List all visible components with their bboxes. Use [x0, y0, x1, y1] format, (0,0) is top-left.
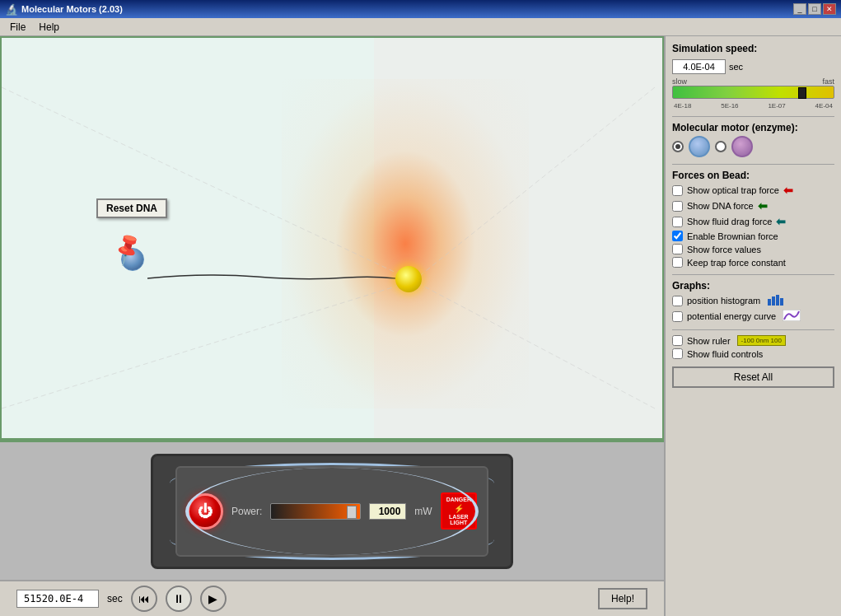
main-layout: Reset DNA 📌 ⏻ [0, 36, 841, 616]
divider-3 [672, 274, 834, 275]
pause-button[interactable]: ⏸ [166, 586, 192, 612]
power-slider-thumb[interactable] [347, 506, 357, 519]
motor-radio-2[interactable] [715, 141, 727, 152]
forces-section: Forces on Bead: Show optical trap force … [672, 170, 834, 268]
ruler-label: Show ruler [687, 336, 731, 346]
fluid-drag-row: Show fluid drag force ⬅ [672, 215, 834, 228]
maximize-button[interactable]: □ [808, 3, 821, 15]
sim-speed-unit: sec [729, 62, 743, 72]
danger-line1: DANGER [446, 497, 471, 502]
brownian-checkbox[interactable] [672, 231, 683, 241]
fluid-controls-checkbox[interactable] [672, 348, 683, 359]
dna-force-row: Show DNA force ⬅ [672, 199, 834, 212]
tick-2: 1E-07 [768, 102, 785, 110]
speed-fast: fast [822, 77, 834, 86]
optical-trap-checkbox[interactable] [672, 185, 683, 196]
power-button[interactable]: ⏻ [187, 493, 223, 530]
optical-trap-label: Show optical trap force [687, 185, 779, 195]
histogram-checkbox[interactable] [672, 296, 683, 306]
bottom-controls: 51520.0E-4 sec ⏮ ⏸ ▶ Help! [0, 580, 664, 616]
fluid-controls-label: Show fluid controls [687, 349, 763, 359]
bead[interactable] [395, 266, 422, 292]
svg-rect-6 [776, 295, 779, 306]
ruler-row: Show ruler -100 0nm 100 [672, 335, 834, 346]
reset-all-button[interactable]: Reset All [672, 366, 834, 388]
titlebar: 🔬 Molecular Motors (2.03) _ □ ✕ [0, 0, 841, 18]
keep-trap-label: Keep trap force constant [687, 258, 786, 268]
laser-icon: ⚡ [454, 504, 464, 513]
force-values-row: Show force values [672, 244, 834, 254]
potential-energy-row: potential energy curve [672, 310, 834, 323]
motor-enzyme-1[interactable] [689, 136, 710, 157]
svg-rect-7 [780, 298, 783, 306]
tick-0: 4E-18 [674, 102, 691, 110]
svg-line-2 [413, 87, 655, 281]
simulation-canvas[interactable]: Reset DNA 📌 [0, 36, 664, 440]
fluid-drag-arrow: ⬅ [776, 215, 786, 228]
graphs-section: Graphs: position histogram potential ene… [672, 280, 834, 323]
potential-energy-checkbox[interactable] [672, 311, 683, 322]
optical-glow [282, 79, 529, 408]
dna-force-arrow: ⬅ [758, 199, 768, 212]
speed-slow: slow [672, 77, 687, 86]
potential-energy-icon [783, 310, 801, 323]
fluid-drag-checkbox[interactable] [672, 217, 683, 227]
right-panel: Simulation speed: 4.0E-04 sec slow fast … [664, 36, 841, 616]
speed-track[interactable] [672, 86, 834, 99]
laser-beam-shape [2, 38, 655, 440]
reset-dna-button[interactable]: Reset DNA [96, 198, 167, 218]
histogram-label: position histogram [687, 296, 760, 306]
svg-line-0 [2, 87, 413, 281]
help-button[interactable]: Help! [598, 588, 647, 609]
fluid-controls-row: Show fluid controls [672, 348, 834, 359]
app-icon: 🔬 [5, 3, 18, 16]
speed-thumb[interactable] [798, 87, 806, 99]
time-display: 51520.0E-4 [16, 590, 99, 608]
speed-ticks: 4E-18 5E-16 1E-07 4E-04 [672, 102, 834, 110]
motor-radio-1[interactable] [672, 141, 684, 152]
pink-bg [374, 38, 662, 438]
keep-trap-checkbox[interactable] [672, 257, 683, 268]
simulation-area: Reset DNA 📌 ⏻ [0, 36, 664, 616]
svg-line-1 [2, 281, 413, 408]
potential-energy-label: potential energy curve [687, 311, 776, 321]
tick-1: 5E-16 [721, 102, 738, 110]
optical-trap-arrow: ⬅ [783, 184, 793, 197]
motor-enzyme-2[interactable] [731, 136, 753, 157]
motor-row [672, 136, 834, 157]
menu-help[interactable]: Help [32, 20, 66, 35]
dna-force-label: Show DNA force [687, 201, 754, 211]
speed-slider-container[interactable] [672, 86, 834, 99]
histogram-icon [767, 294, 785, 307]
danger-line2: LASER [446, 514, 471, 520]
speed-labels: slow fast [672, 77, 834, 86]
force-values-checkbox[interactable] [672, 244, 683, 254]
keep-trap-row: Keep trap force constant [672, 257, 834, 268]
menubar: File Help [0, 18, 841, 36]
motor-label: Molecular motor (enzyme): [672, 122, 834, 133]
sim-speed-value: 4.0E-04 [672, 59, 726, 74]
power-slider-track[interactable] [270, 503, 361, 520]
danger-sticker: DANGER ⚡ LASER LIGHT [441, 492, 477, 530]
play-button[interactable]: ▶ [200, 586, 227, 612]
minimize-button[interactable]: _ [793, 3, 806, 15]
skip-back-button[interactable]: ⏮ [131, 586, 157, 612]
power-slider-container [270, 503, 361, 520]
laser-inner: ⏻ Power: 1000 mW DANGER ⚡ [175, 466, 488, 557]
ruler-checkbox[interactable] [672, 335, 683, 346]
graphs-label: Graphs: [672, 280, 834, 292]
optical-trap-row: Show optical trap force ⬅ [672, 184, 834, 197]
force-values-label: Show force values [687, 245, 761, 254]
power-unit: mW [414, 506, 432, 517]
brownian-row: Enable Brownian force [672, 231, 834, 241]
svg-rect-4 [768, 299, 771, 306]
danger-line3: LIGHT [446, 520, 471, 525]
time-value: 51520.0E-4 [24, 593, 83, 604]
close-button[interactable]: ✕ [823, 3, 836, 15]
menu-file[interactable]: File [3, 20, 32, 35]
power-value[interactable]: 1000 [369, 503, 406, 520]
divider-2 [672, 164, 834, 165]
sim-speed-section: Simulation speed: 4.0E-04 sec slow fast … [672, 43, 834, 110]
dna-force-checkbox[interactable] [672, 201, 683, 212]
svg-rect-5 [772, 296, 775, 306]
